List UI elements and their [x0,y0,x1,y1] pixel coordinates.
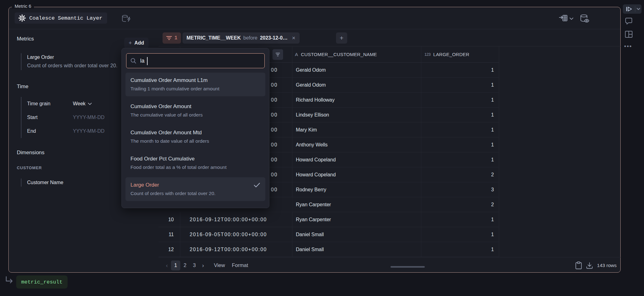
metric-option[interactable]: Cumulative Order Amount Mtd The month to… [125,125,265,149]
comments-button[interactable] [625,17,633,25]
cell-customer-name: Richard Holloway [292,93,421,107]
format-button[interactable]: Format [232,262,248,268]
cell-large-order: 2 [421,167,499,182]
plus-icon: + [129,40,132,46]
output-variable-chip[interactable]: metric_result [16,275,68,289]
cell-empty [499,63,621,78]
cell-empty [499,152,621,167]
cell-large-order: 1 [421,212,499,227]
output-variable-name: metric_result [21,279,63,285]
column-header-customer-name[interactable]: A CUSTOMER__CUSTOMER_NAME [292,46,421,63]
end-date-input[interactable]: YYYY-MM-DD [73,124,105,138]
text-type-icon: A [295,52,298,57]
source-chip-label: Coalesce Semantic Layer [29,15,102,21]
metric-item-description: Count of orders with order total over 20… [27,61,117,70]
download-icon[interactable] [586,262,593,269]
page-button[interactable]: 1 [171,260,180,270]
filter-lines-icon [166,36,172,41]
cell-output-row: metric_result [4,275,68,289]
dimension-item-name: Customer Name [27,179,63,187]
filter-count-chip[interactable]: 1 [163,32,181,44]
start-label: Start [27,111,73,124]
metric-option[interactable]: Cumulative Order Ammount L1m Trailing 1 … [125,73,265,96]
view-button[interactable]: View [214,262,225,268]
run-icon [626,7,632,12]
metric-option[interactable]: Large Order Count of orders with order t… [125,177,265,201]
preview-source-data-button[interactable] [580,14,590,23]
cell-large-order: 1 [421,122,499,137]
cell-empty [499,197,621,212]
open-as-table-button[interactable] [559,14,574,23]
time-heading: Time [17,84,28,90]
filter-count: 1 [174,35,178,41]
run-cell-button[interactable] [623,7,635,12]
number-type-icon: 123 [424,52,430,57]
cell-customer-name: Rodney Berry [292,182,421,197]
dimension-item[interactable]: Customer Name [21,179,63,187]
filter-operator: before [243,35,257,41]
run-cell-group [623,4,642,14]
cell-customer-name: Lindsey Ellison [292,107,421,122]
metric-cell-card: Metric 6 Coalesce Semantic Layer [8,7,621,273]
run-options-button[interactable] [635,8,642,10]
cell-empty [499,242,621,257]
cell-large-order: 2 [421,197,499,212]
footer-actions: 143 rows [575,261,617,270]
end-label: End [27,124,73,138]
cell-large-order: 1 [421,107,499,122]
cell-empty [499,137,621,152]
check-icon [253,182,260,188]
search-icon [130,57,136,64]
remove-filter-icon[interactable]: × [290,35,296,41]
copy-table-icon[interactable] [575,261,582,270]
metric-item-name: Large Order [27,53,117,61]
page-button[interactable]: 3 [190,260,199,270]
row-number: 12 [159,242,180,257]
time-settings: Time grain Week Start YYYY-MM-DD End YYY… [21,97,105,138]
cell-customer-name: Daniel Small [292,242,421,257]
coalesce-logo-icon [18,14,26,22]
column-filter-button[interactable] [272,49,283,60]
prev-page-button[interactable]: ‹ [163,262,171,269]
cell-large-order: 1 [421,152,499,167]
metric-item[interactable]: Large Order Count of orders with order t… [21,53,117,70]
metric-option[interactable]: Cumulative Order Amount The cumulative v… [125,99,265,122]
time-grain-select[interactable]: Week [73,97,92,111]
comment-bubble-icon [625,17,633,25]
column-header-large-order[interactable]: 123 LARGE_ORDER [421,46,499,63]
metric-option[interactable]: Food Order Pct Cumulative Food order tot… [125,151,265,175]
layout-button[interactable] [625,31,633,38]
row-number: 11 [159,227,180,242]
filter-lines-icon [275,52,280,57]
row-count: 143 rows [597,263,617,268]
metric-search-input[interactable] [140,58,261,64]
output-arrow-icon [4,275,14,287]
database-lightning-icon[interactable] [121,15,131,23]
row-number: 10 [159,212,180,227]
cell-large-order: 1 [421,93,499,107]
add-metric-button[interactable]: + Add [124,38,149,48]
cell-large-order: 1 [421,63,499,78]
more-options-button[interactable]: ••• [624,43,632,50]
time-grain-row: Time grain Week [27,97,105,111]
horizontal-scrollbar[interactable] [391,266,425,268]
next-page-button[interactable]: › [199,262,207,269]
chevron-down-icon [88,103,92,105]
cell-customer-name: Howard Copeland [292,167,421,182]
cell-customer-name: Daniel Small [292,227,421,242]
coalesce-source-chip[interactable]: Coalesce Semantic Layer [15,12,107,24]
text-caret [147,57,148,65]
cell-empty [499,227,621,242]
cell-customer-name: Gerald Odom [292,78,421,93]
add-filter-button[interactable]: + [336,32,347,44]
cell-empty [499,122,621,137]
filter-pill[interactable]: METRIC_TIME__WEEK before 2023-12-0… × [182,32,300,44]
cell-large-order: 1 [421,242,499,257]
page-button[interactable]: 2 [180,260,190,270]
end-date-row: End YYYY-MM-DD [27,124,105,138]
cell-large-order: 3 [421,182,499,197]
start-date-input[interactable]: YYYY-MM-DD [73,111,105,124]
cell-customer-name: Mary Kim [292,122,421,137]
header-divider [9,29,620,29]
filter-field: METRIC_TIME__WEEK [187,35,241,41]
